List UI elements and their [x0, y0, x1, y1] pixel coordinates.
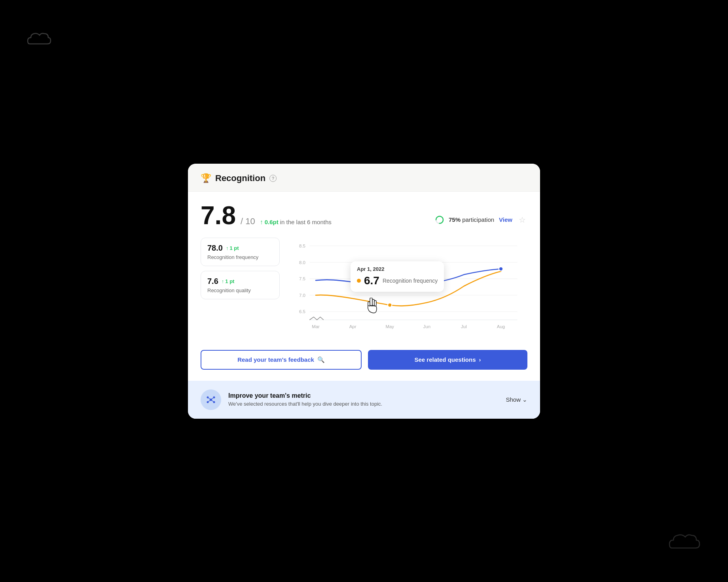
svg-text:May: May: [385, 324, 394, 329]
participation-circle-icon: [435, 215, 444, 224]
show-label: Show: [506, 396, 521, 403]
tooltip-value: 6.7: [364, 274, 379, 287]
participation-pct: 75%: [449, 216, 461, 223]
svg-line-30: [211, 397, 214, 400]
svg-text:7.5: 7.5: [299, 276, 305, 281]
improve-text: Improve your team's metric We've selecte…: [228, 392, 499, 407]
help-icon[interactable]: ?: [269, 175, 277, 182]
metric-frequency-value: 78.0: [207, 244, 223, 253]
svg-line-31: [208, 400, 211, 402]
tooltip-label: Recognition frequency: [383, 278, 438, 284]
see-questions-button[interactable]: See related questions ›: [368, 350, 527, 370]
metric-frequency-label: Recognition frequency: [207, 254, 273, 260]
questions-button-label: See related questions: [414, 356, 476, 363]
score-change-value: 0.6pt: [265, 219, 279, 225]
score-denominator: / 10: [241, 216, 255, 227]
score-left: 7.8 / 10 ↑ 0.6pt in the last 6 months: [201, 203, 332, 228]
tooltip-value-row: 6.7 Recognition frequency: [357, 274, 438, 287]
metric-quality-label: Recognition quality: [207, 287, 273, 293]
metrics-cards: 78.0 ↑ 1 pt Recognition frequency 7.6 ↑ …: [201, 238, 280, 299]
feedback-button-label: Read your team's feedback: [237, 356, 314, 363]
up-arrow-icon: ↑: [260, 219, 263, 226]
favorite-button[interactable]: ☆: [517, 214, 527, 226]
score-row: 7.8 / 10 ↑ 0.6pt in the last 6 months 75…: [201, 203, 527, 228]
score-change: ↑ 0.6pt in the last 6 months: [260, 219, 332, 226]
metric-card-frequency: 78.0 ↑ 1 pt Recognition frequency: [201, 238, 280, 266]
svg-line-29: [208, 397, 211, 400]
search-icon: 🔍: [317, 356, 325, 363]
svg-point-19: [499, 266, 503, 270]
improve-title: Improve your team's metric: [228, 392, 499, 399]
metric-quality-arrow: ↑: [222, 278, 224, 284]
svg-text:Jul: Jul: [461, 324, 467, 329]
metric-card-quality: 7.6 ↑ 1 pt Recognition quality: [201, 271, 280, 299]
metric-frequency-change: ↑ 1 pt: [226, 245, 239, 251]
view-link[interactable]: View: [499, 216, 512, 223]
show-button[interactable]: Show ⌄: [506, 396, 527, 403]
tooltip-date: Apr 1, 2022: [357, 266, 438, 272]
chart-area: 8.5 8.0 7.5 7.0 6.5 Mar Apr May Jun Jul …: [289, 238, 527, 340]
tooltip-dot: [357, 279, 361, 283]
metrics-chart-row: 78.0 ↑ 1 pt Recognition frequency 7.6 ↑ …: [201, 238, 527, 340]
metric-quality-value: 7.6: [207, 277, 218, 286]
card-header: 🏆 Recognition ?: [188, 164, 540, 192]
score-change-text: in the last 6 months: [280, 219, 332, 225]
participation-label: participation: [462, 216, 494, 223]
chevron-down-icon: ⌄: [522, 396, 527, 403]
svg-text:6.5: 6.5: [299, 309, 305, 314]
read-feedback-button[interactable]: Read your team's feedback 🔍: [201, 350, 362, 370]
svg-text:7.0: 7.0: [299, 293, 305, 297]
svg-text:8.5: 8.5: [299, 243, 305, 248]
score-main-value: 7.8: [201, 203, 236, 228]
metric-quality-change: ↑ 1 pt: [222, 278, 235, 284]
participation-text: 75% participation: [449, 216, 494, 223]
svg-text:Aug: Aug: [497, 324, 505, 329]
score-right: 75% participation View ☆: [435, 214, 527, 226]
svg-text:8.0: 8.0: [299, 260, 305, 265]
improve-icon-wrap: [201, 389, 221, 410]
svg-line-32: [211, 400, 214, 402]
svg-point-18: [388, 303, 392, 307]
improve-subtitle: We've selected resources that'll help yo…: [228, 401, 499, 407]
chart-tooltip: Apr 1, 2022 6.7 Recognition frequency: [351, 261, 444, 292]
network-icon: [205, 394, 216, 405]
metric-quality-change-val: 1 pt: [225, 278, 234, 284]
metric-frequency-change-val: 1 pt: [229, 245, 239, 251]
page-title: Recognition: [215, 173, 265, 183]
cloud-decoration-bottom-right: [665, 523, 704, 558]
improve-section: Improve your team's metric We've selecte…: [188, 381, 540, 419]
svg-text:Apr: Apr: [349, 324, 356, 329]
card-body: 7.8 / 10 ↑ 0.6pt in the last 6 months 75…: [188, 192, 540, 381]
chevron-right-icon: ›: [479, 356, 481, 363]
metric-frequency-arrow: ↑: [226, 245, 229, 251]
svg-text:Jun: Jun: [423, 324, 430, 329]
svg-text:Mar: Mar: [312, 324, 320, 329]
cloud-decoration-top-left: [24, 24, 55, 52]
trophy-icon: 🏆: [201, 173, 211, 183]
main-card: 🏆 Recognition ? 7.8 / 10 ↑ 0.6pt in the …: [188, 164, 540, 419]
buttons-row: Read your team's feedback 🔍 See related …: [201, 350, 527, 381]
